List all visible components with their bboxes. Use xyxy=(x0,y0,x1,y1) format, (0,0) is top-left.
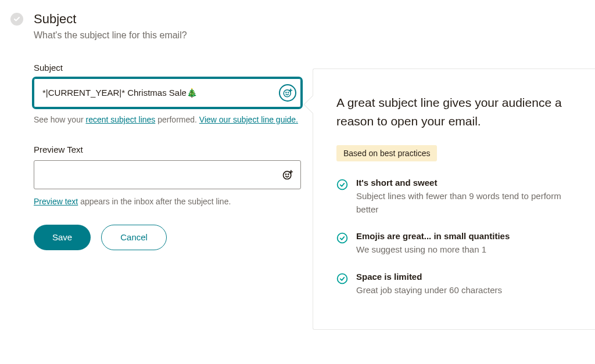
check-icon xyxy=(336,273,348,284)
tip-item: Space is limited Great job staying under… xyxy=(336,272,572,297)
preview-text-link[interactable]: Preview text xyxy=(34,197,78,206)
save-button[interactable]: Save xyxy=(34,225,91,250)
tip-title: It's short and sweet xyxy=(356,178,572,188)
svg-point-0 xyxy=(284,90,291,97)
preview-input[interactable] xyxy=(34,160,301,189)
check-icon xyxy=(336,232,348,244)
check-icon xyxy=(336,179,348,190)
tip-desc: We suggest using no more than 1 xyxy=(356,243,510,257)
tip-item: It's short and sweet Subject lines with … xyxy=(336,178,572,216)
svg-point-7 xyxy=(288,174,289,175)
subject-hint: See how your recent subject lines perfor… xyxy=(34,113,301,126)
subject-input-wrap xyxy=(34,78,301,107)
tips-title: A great subject line gives your audience… xyxy=(336,93,572,130)
svg-point-11 xyxy=(338,233,347,243)
preview-input-wrap xyxy=(34,160,301,189)
tip-item: Emojis are great... in small quantities … xyxy=(336,231,572,257)
cancel-button[interactable]: Cancel xyxy=(101,225,167,250)
svg-point-10 xyxy=(338,180,347,190)
subject-line-guide-link[interactable]: View our subject line guide. xyxy=(199,115,298,124)
svg-point-2 xyxy=(288,92,289,93)
emoji-picker-button[interactable] xyxy=(279,166,296,183)
recent-subject-lines-link[interactable]: recent subject lines xyxy=(86,115,156,124)
tip-desc: Great job staying under 60 characters xyxy=(356,284,502,297)
tips-panel: A great subject line gives your audience… xyxy=(313,69,595,330)
step-status-icon xyxy=(10,13,23,26)
svg-point-12 xyxy=(338,273,347,283)
svg-point-5 xyxy=(284,172,291,179)
preview-hint: Preview text appears in the inbox after … xyxy=(34,195,301,208)
subject-input[interactable] xyxy=(34,78,301,107)
svg-point-1 xyxy=(286,92,286,93)
tip-title: Emojis are great... in small quantities xyxy=(356,231,510,241)
section-title: Subject xyxy=(34,12,301,27)
tip-desc: Subject lines with fewer than 9 words te… xyxy=(356,190,572,216)
preview-label: Preview Text xyxy=(34,145,301,154)
section-subtitle: What's the subject line for this email? xyxy=(34,30,301,41)
tip-title: Space is limited xyxy=(356,272,502,282)
best-practices-badge: Based on best practices xyxy=(336,145,437,161)
svg-point-6 xyxy=(286,174,286,175)
subject-label: Subject xyxy=(34,63,301,73)
emoji-picker-button[interactable] xyxy=(279,84,296,102)
